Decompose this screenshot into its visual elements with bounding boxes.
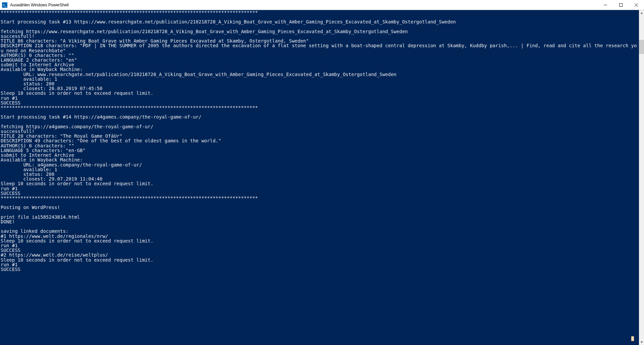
powershell-window: >_ Auswählen Windows PowerShell ********… bbox=[0, 0, 644, 345]
minimize-button[interactable] bbox=[598, 0, 613, 10]
maximize-button[interactable] bbox=[613, 0, 629, 10]
svg-marker-5 bbox=[641, 341, 643, 343]
title-bar[interactable]: >_ Auswählen Windows PowerShell bbox=[0, 0, 644, 10]
svg-marker-4 bbox=[641, 12, 643, 14]
console-area: ****************************************… bbox=[0, 10, 644, 345]
window-title: Auswählen Windows PowerShell bbox=[10, 3, 69, 7]
close-button[interactable] bbox=[629, 0, 644, 10]
svg-rect-1 bbox=[620, 3, 623, 6]
scrollbar-track[interactable] bbox=[639, 16, 644, 339]
powershell-icon: >_ bbox=[2, 2, 7, 8]
scroll-up-button[interactable] bbox=[639, 10, 644, 16]
vertical-scrollbar[interactable] bbox=[639, 10, 644, 345]
console-output[interactable]: ****************************************… bbox=[0, 10, 639, 345]
text-cursor bbox=[631, 336, 634, 341]
scrollbar-thumb[interactable] bbox=[639, 40, 644, 54]
